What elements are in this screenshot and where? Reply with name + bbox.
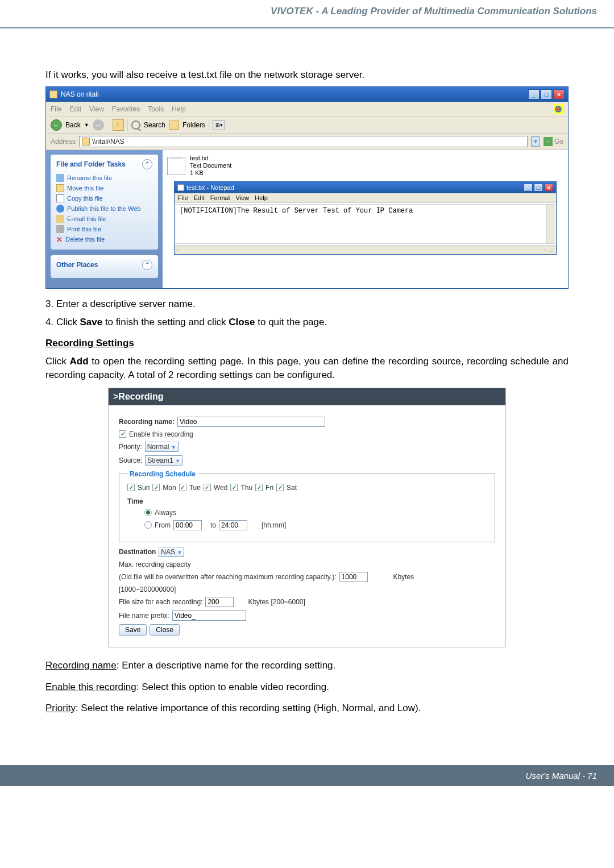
notepad-window: test.txt - Notepad _ □ × File Edit Forma…: [174, 181, 557, 255]
notepad-close-button[interactable]: ×: [544, 184, 553, 192]
explorer-titlebar: NAS on ritali _ □ ×: [46, 87, 568, 102]
back-dropdown-icon[interactable]: ▼: [84, 122, 89, 128]
day-mon-checkbox[interactable]: ✓: [152, 484, 160, 491]
file-item[interactable]: test.txt Text Document 1 KB: [167, 155, 563, 177]
notepad-minimize-button[interactable]: _: [524, 184, 533, 192]
day-sun-checkbox[interactable]: ✓: [127, 484, 135, 491]
address-label: Address: [51, 138, 76, 146]
task-print[interactable]: Print this file: [56, 224, 152, 234]
schedule-days: ✓Sun ✓Mon ✓Tue ✓Wed ✓Thu ✓Fri ✓Sat: [127, 484, 487, 492]
notepad-menu: File Edit Format View Help: [175, 193, 556, 203]
other-places-title: Other Places: [56, 261, 98, 269]
enable-recording-label: Enable this recording: [129, 430, 193, 438]
max-capacity-input[interactable]: [339, 572, 368, 582]
destination-select[interactable]: NAS ▼: [159, 547, 184, 557]
priority-select[interactable]: Normal ▼: [145, 442, 179, 452]
search-icon[interactable]: [131, 121, 140, 130]
notepad-textarea[interactable]: [NOTIFICATION]The Result of Server Test …: [176, 204, 555, 244]
text-bold: Close: [229, 317, 255, 327]
task-rename[interactable]: Rename this file: [56, 173, 152, 183]
go-icon: →: [544, 137, 553, 146]
menu-tools[interactable]: Tools: [148, 105, 164, 113]
back-button[interactable]: ←: [51, 119, 62, 131]
forward-button[interactable]: →: [93, 119, 104, 131]
task-copy[interactable]: Copy this file: [56, 193, 152, 203]
publish-icon: [56, 205, 64, 213]
notepad-menu-edit[interactable]: Edit: [194, 194, 205, 201]
address-input[interactable]: \\ritali\NAS: [79, 136, 528, 147]
page-footer: User's Manual - 71: [0, 765, 614, 786]
menu-view[interactable]: View: [89, 105, 104, 113]
capacity-range-label: [1000~200000000]: [119, 585, 495, 593]
notepad-menu-help[interactable]: Help: [255, 194, 268, 201]
up-button[interactable]: [113, 119, 124, 131]
text: to finish the setting and click: [102, 317, 229, 327]
time-from-input[interactable]: [173, 520, 202, 530]
task-email[interactable]: E-mail this file: [56, 214, 152, 224]
recording-panel: >Recording Recording name: ✓ Enable this…: [108, 388, 506, 647]
explorer-window: NAS on ritali _ □ × File Edit View Favor…: [45, 86, 569, 289]
time-to-label: to: [210, 521, 216, 529]
minimize-button[interactable]: _: [528, 89, 540, 99]
address-folder-icon: [82, 138, 90, 146]
tasks-panel: File and Folder Tasks ⌃ Rename this file…: [51, 155, 158, 250]
recording-name-input[interactable]: [177, 417, 325, 427]
def-enable-recording: Enable this recording: Select this optio…: [45, 680, 569, 694]
delete-icon: ✕: [56, 235, 63, 244]
explorer-content: test.txt Text Document 1 KB test.txt - N…: [163, 150, 568, 288]
notepad-maximize-button[interactable]: □: [534, 184, 543, 192]
notepad-menu-file[interactable]: File: [178, 194, 188, 201]
time-to-input[interactable]: [219, 520, 247, 530]
recording-panel-header: >Recording: [109, 388, 505, 405]
task-delete[interactable]: ✕Delete this file: [56, 234, 152, 245]
menu-favorites[interactable]: Favorites: [112, 105, 140, 113]
maximize-button[interactable]: □: [541, 89, 552, 99]
enable-recording-checkbox[interactable]: ✓: [119, 430, 126, 438]
text: 4. Click: [45, 317, 80, 327]
time-from-label: From: [155, 521, 171, 529]
text-underline: Recording name: [45, 660, 117, 671]
explorer-toolbar: ← Back ▼ → · Search Folders ⊞▾: [46, 117, 568, 134]
day-wed-checkbox[interactable]: ✓: [204, 484, 211, 491]
folders-icon[interactable]: [169, 121, 179, 130]
day-tue-checkbox[interactable]: ✓: [179, 484, 186, 491]
day-thu-checkbox[interactable]: ✓: [230, 484, 238, 491]
prefix-input[interactable]: [172, 610, 246, 621]
search-label: Search: [144, 121, 165, 129]
copy-icon: [56, 194, 64, 202]
text-bold: Save: [80, 317, 102, 327]
filesize-input[interactable]: [205, 597, 234, 607]
source-select[interactable]: Stream1 ▼: [145, 455, 182, 466]
day-sat-checkbox[interactable]: ✓: [276, 484, 284, 491]
time-always-radio[interactable]: [144, 509, 152, 516]
filesize-label: File size for each recording:: [119, 598, 202, 606]
save-button[interactable]: Save: [119, 624, 147, 636]
task-label: E-mail this file: [67, 215, 106, 222]
task-move[interactable]: Move this file: [56, 183, 152, 193]
address-dropdown[interactable]: ▼: [531, 136, 540, 147]
task-label: Publish this file to the Web: [67, 205, 140, 212]
time-range-radio[interactable]: [144, 521, 152, 529]
notepad-menu-view[interactable]: View: [236, 194, 250, 201]
close-button[interactable]: Close: [150, 624, 180, 636]
text: : Select the relative importance of this…: [76, 703, 421, 713]
notepad-content: [NOTIFICATION]The Result of Server Test …: [180, 207, 413, 215]
menu-file[interactable]: File: [51, 105, 61, 113]
menu-help[interactable]: Help: [172, 105, 186, 113]
scrollbar-horizontal[interactable]: ‹› .::: [175, 245, 556, 254]
task-publish[interactable]: Publish this file to the Web: [56, 203, 152, 214]
collapse-icon[interactable]: ⌃: [142, 159, 152, 169]
task-label: Print this file: [67, 226, 101, 232]
priority-label: Priority:: [119, 443, 142, 451]
destination-label: Destination: [119, 548, 156, 556]
day-fri-checkbox[interactable]: ✓: [255, 484, 263, 491]
views-button[interactable]: ⊞▾: [213, 120, 225, 130]
notepad-menu-format[interactable]: Format: [210, 194, 230, 201]
collapse-icon[interactable]: ⌃: [142, 260, 152, 270]
go-button[interactable]: → Go: [544, 137, 563, 146]
select-value: NAS: [161, 548, 175, 556]
scrollbar-vertical[interactable]: [546, 205, 555, 243]
menu-edit[interactable]: Edit: [69, 105, 81, 113]
filesize-range-label: Kbytes [200~6000]: [248, 598, 305, 606]
close-button[interactable]: ×: [553, 89, 565, 99]
